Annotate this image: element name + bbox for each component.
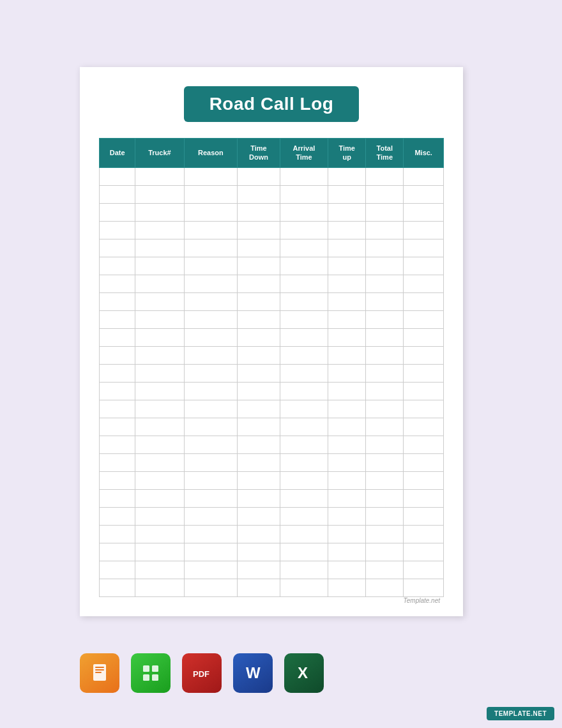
- table-cell: [100, 257, 135, 275]
- table-cell: [328, 453, 366, 471]
- svg-text:W: W: [246, 664, 261, 681]
- title-area: Road Call Log: [80, 67, 463, 138]
- table-cell: [366, 471, 404, 489]
- numbers-icon[interactable]: [131, 653, 171, 693]
- table-cell: [366, 561, 404, 579]
- table-cell: [328, 543, 366, 561]
- table-cell: [366, 543, 404, 561]
- table-cell: [328, 436, 366, 453]
- table-cell: [366, 239, 404, 257]
- table-cell: [404, 310, 444, 328]
- table-cell: [184, 382, 238, 400]
- table-cell: [100, 436, 135, 453]
- table-cell: [100, 292, 135, 310]
- table-cell: [280, 561, 328, 579]
- table-cell: [328, 221, 366, 239]
- table-cell: [238, 543, 280, 561]
- table-cell: [184, 525, 238, 543]
- table-cell: [135, 221, 184, 239]
- table-cell: [404, 364, 444, 382]
- table-cell: [100, 543, 135, 561]
- table-cell: [280, 328, 328, 346]
- table-cell: [366, 185, 404, 203]
- svg-rect-6: [143, 674, 149, 681]
- table-cell: [135, 292, 184, 310]
- table-cell: [100, 203, 135, 221]
- table-cell: [366, 489, 404, 507]
- table-row: [100, 221, 444, 239]
- table-cell: [404, 489, 444, 507]
- col-date: Date: [100, 139, 135, 168]
- col-time-up: Timeup: [328, 139, 366, 168]
- template-badge: TEMPLATE.NET: [487, 707, 554, 720]
- table-cell: [100, 561, 135, 579]
- table-cell: [238, 561, 280, 579]
- table-cell: [135, 364, 184, 382]
- table-cell: [135, 543, 184, 561]
- table-cell: [404, 221, 444, 239]
- table-cell: [366, 400, 404, 418]
- svg-rect-1: [95, 667, 104, 668]
- table-cell: [100, 400, 135, 418]
- table-cell: [366, 221, 404, 239]
- table-cell: [184, 579, 238, 596]
- table-row: [100, 328, 444, 346]
- table-cell: [238, 382, 280, 400]
- table-cell: [100, 328, 135, 346]
- table-cell: [280, 185, 328, 203]
- pdf-icon[interactable]: PDF: [182, 653, 222, 693]
- table-cell: [100, 346, 135, 364]
- table-cell: [100, 221, 135, 239]
- table-cell: [238, 275, 280, 292]
- table-cell: [366, 579, 404, 596]
- table-cell: [366, 418, 404, 436]
- table-cell: [184, 543, 238, 561]
- title-box: Road Call Log: [184, 86, 360, 122]
- table-cell: [135, 328, 184, 346]
- table-cell: [404, 543, 444, 561]
- word-icon[interactable]: W: [233, 653, 273, 693]
- table-cell: [280, 310, 328, 328]
- table-cell: [135, 400, 184, 418]
- table-cell: [366, 364, 404, 382]
- table-cell: [280, 471, 328, 489]
- table-cell: [328, 239, 366, 257]
- table-cell: [238, 579, 280, 596]
- table-cell: [238, 257, 280, 275]
- table-cell: [238, 221, 280, 239]
- table-cell: [135, 561, 184, 579]
- pages-icon[interactable]: [80, 653, 119, 693]
- table-cell: [404, 525, 444, 543]
- table-cell: [100, 418, 135, 436]
- table-cell: [238, 471, 280, 489]
- table-cell: [280, 453, 328, 471]
- table-cell: [280, 203, 328, 221]
- table-cell: [328, 185, 366, 203]
- table-cell: [184, 453, 238, 471]
- table-cell: [328, 418, 366, 436]
- table-cell: [280, 275, 328, 292]
- col-truck: Truck#: [135, 139, 184, 168]
- table-cell: [100, 453, 135, 471]
- table-cell: [135, 525, 184, 543]
- col-misc: Misc.: [404, 139, 444, 168]
- table-cell: [366, 257, 404, 275]
- table-cell: [184, 471, 238, 489]
- table-cell: [366, 453, 404, 471]
- document-page: Road Call Log Date Truck# Reason TimeDow…: [80, 67, 463, 616]
- table-cell: [100, 489, 135, 507]
- table-cell: [366, 525, 404, 543]
- table-cell: [404, 167, 444, 185]
- excel-icon[interactable]: X: [284, 653, 324, 693]
- table-cell: [280, 436, 328, 453]
- table-cell: [328, 203, 366, 221]
- table-cell: [100, 507, 135, 525]
- table-cell: [366, 167, 404, 185]
- table-cell: [328, 364, 366, 382]
- table-cell: [100, 579, 135, 596]
- table-cell: [135, 167, 184, 185]
- table-row: [100, 364, 444, 382]
- table-cell: [328, 507, 366, 525]
- table-cell: [404, 436, 444, 453]
- table-cell: [135, 382, 184, 400]
